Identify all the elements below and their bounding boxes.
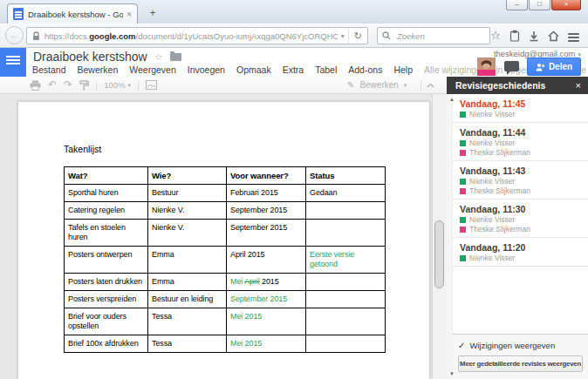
author-color-swatch xyxy=(460,140,466,146)
author-name: Nienke Visser xyxy=(469,216,515,224)
back-button[interactable]: ← xyxy=(5,26,24,44)
table-cell: Sporthal huren xyxy=(65,185,148,202)
table-row: Sporthal hurenBestuurFebruari 2015Gedaan xyxy=(65,185,386,202)
author-color-swatch xyxy=(460,227,466,233)
maximize-icon[interactable]: □ xyxy=(529,0,550,10)
table-cell: Brief 100x afdrukken xyxy=(65,335,148,353)
menu-help[interactable]: Help xyxy=(393,64,413,75)
home-icon[interactable] xyxy=(548,30,559,42)
menu-weergeven[interactable]: Weergeven xyxy=(129,64,176,75)
clipboard-icon[interactable] xyxy=(509,30,520,42)
author-name: Theske Slijkerman xyxy=(469,149,530,157)
revision-author: Nienke Visser xyxy=(460,139,581,147)
revision-author: Theske Slijkerman xyxy=(460,149,581,157)
table-header-cell: Voor wanneer? xyxy=(227,167,306,185)
table-cell xyxy=(306,335,386,353)
revision-author: Theske Slijkerman xyxy=(460,226,581,233)
docs-menus: BestandBewerkenWeergevenInvoegenOpmaakEx… xyxy=(32,64,424,75)
table-row: Posters laten drukkenEmmaMei April 2015 xyxy=(65,274,386,291)
table-cell: Nienke V. xyxy=(148,220,227,247)
show-changes-label: Wijzigingen weergeven xyxy=(470,341,556,350)
table-cell: Gedaan xyxy=(306,185,386,202)
document-title[interactable]: Draaiboek kerstshow xyxy=(33,50,147,64)
table-cell: Nienke V. xyxy=(148,202,227,220)
undo-icon: ↶ xyxy=(48,77,57,93)
revision-time: Vandaag, 11:45 xyxy=(460,98,581,109)
pencil-icon: ✎ xyxy=(347,80,354,90)
close-icon[interactable]: × xyxy=(551,0,581,10)
menu-bestand[interactable]: Bestand xyxy=(32,64,66,75)
comments-icon[interactable] xyxy=(504,61,519,71)
detailed-revisions-button[interactable]: Meer gedetailleerde revisies weergeven xyxy=(458,355,583,372)
search-bar[interactable] xyxy=(377,27,490,44)
menu-icon[interactable] xyxy=(568,30,579,42)
paint-format-icon xyxy=(79,80,89,91)
browser-tab[interactable]: Draaiboek kerstshow - Goo... × xyxy=(7,3,138,24)
revision-panel-title: Revisiegeschiedenis xyxy=(455,80,576,91)
menu-invoegen[interactable]: Invoegen xyxy=(188,64,225,75)
scroll-up-icon[interactable]: ▲ xyxy=(449,97,455,102)
table-row: Posters verspreidenBestuur en leidingSep… xyxy=(65,291,386,308)
document-heading: Takenlijst xyxy=(64,144,101,154)
new-tab-button[interactable]: + xyxy=(142,6,163,21)
table-cell: Posters verspreiden xyxy=(65,291,148,308)
author-name: Theske Slijkerman xyxy=(469,187,530,195)
revision-entry[interactable]: Vandaag, 11:44Nienke VisserTheske Slijke… xyxy=(453,123,588,161)
menu-tabel[interactable]: Tabel xyxy=(315,64,337,75)
browser-navbar: ← https://docs.google.com/document/d/1yU… xyxy=(0,24,588,48)
revision-author: Theske Slijkerman xyxy=(460,187,581,195)
revision-author: Nienke Visser xyxy=(460,216,581,224)
docs-toolbar: ↶ ↷ 100%▾ ✎ Bewerken ▾ xyxy=(0,77,447,94)
table-cell: Emma xyxy=(148,247,227,274)
document-scrollbar[interactable] xyxy=(432,94,447,379)
revision-entry[interactable]: Vandaag, 11:45Nienke Visser xyxy=(453,94,588,123)
table-row: Tafels en stoelen hurenNienke V.Septembe… xyxy=(65,220,386,247)
share-button[interactable]: Delen xyxy=(527,58,581,76)
revision-entry[interactable]: Vandaag, 11:20Nienke Visser xyxy=(453,238,588,267)
docs-logo-icon[interactable] xyxy=(0,48,26,77)
redo-icon: ↷ xyxy=(64,77,72,93)
table-cell: Tessa xyxy=(148,308,227,335)
revision-entry[interactable]: Vandaag, 11:43Nienke VisserTheske Slijke… xyxy=(453,161,588,200)
panel-scroll-rail[interactable]: ▲ ▼ xyxy=(447,94,452,379)
table-cell: Emma xyxy=(148,274,227,291)
download-icon[interactable] xyxy=(529,30,539,42)
show-changes-checkbox[interactable]: ✓ Wijzigingen weergeven xyxy=(458,341,583,350)
table-cell: September 2015 xyxy=(227,220,306,247)
menu-extra[interactable]: Extra xyxy=(283,64,304,75)
table-cell: Eerste versie getoond xyxy=(306,247,386,274)
table-cell: Posters laten drukken xyxy=(65,274,148,291)
search-icon xyxy=(382,31,391,40)
menu-add-ons[interactable]: Add-ons xyxy=(348,64,382,75)
reload-icon[interactable]: ↻ xyxy=(348,29,365,44)
url-dropdown-icon[interactable]: ▾ xyxy=(338,32,348,40)
menu-opmaak[interactable]: Opmaak xyxy=(236,64,271,75)
menu-bewerken[interactable]: Bewerken xyxy=(78,64,119,75)
url-bar[interactable]: https://docs.google.com/document/d/1yUca… xyxy=(26,27,368,44)
scroll-down-icon[interactable]: ▼ xyxy=(449,371,455,376)
mode-dropdown-icon: ▾ xyxy=(404,82,407,89)
table-cell: Tessa xyxy=(148,335,227,353)
star-document-icon[interactable]: ☆ xyxy=(154,51,163,63)
browser-titlebar: – □ × Draaiboek kerstshow - Goo... × + xyxy=(0,0,588,24)
table-cell xyxy=(306,274,386,291)
author-color-swatch xyxy=(460,217,466,223)
tab-close-icon[interactable]: × xyxy=(126,10,132,19)
table-row: Catering regelenNienke V.September 2015 xyxy=(65,202,386,220)
revision-time: Vandaag, 11:43 xyxy=(460,166,581,176)
bookmark-star-icon[interactable]: ☆ xyxy=(490,28,501,44)
revision-panel-header: Revisiegeschiedenis × xyxy=(447,77,588,94)
scrollbar-thumb[interactable] xyxy=(434,220,444,288)
revision-panel-footer: ✓ Wijzigingen weergeven Meer gedetaillee… xyxy=(453,334,588,379)
revision-time: Vandaag, 11:44 xyxy=(460,127,581,138)
table-cell: Februari 2015 xyxy=(227,185,306,202)
revision-entry[interactable]: Vandaag, 11:30Nienke VisserTheske Slijke… xyxy=(453,200,588,238)
table-header-cell: Wie? xyxy=(148,167,227,185)
minimize-icon[interactable]: – xyxy=(506,0,528,10)
table-cell xyxy=(306,308,386,335)
search-input[interactable] xyxy=(395,30,485,42)
mode-label: Bewerken xyxy=(359,80,398,90)
folder-icon[interactable] xyxy=(170,53,181,61)
revision-history-panel: Revisiegeschiedenis × ▲ ▼ Vandaag, 11:45… xyxy=(447,77,588,379)
close-panel-icon[interactable]: × xyxy=(576,80,581,91)
